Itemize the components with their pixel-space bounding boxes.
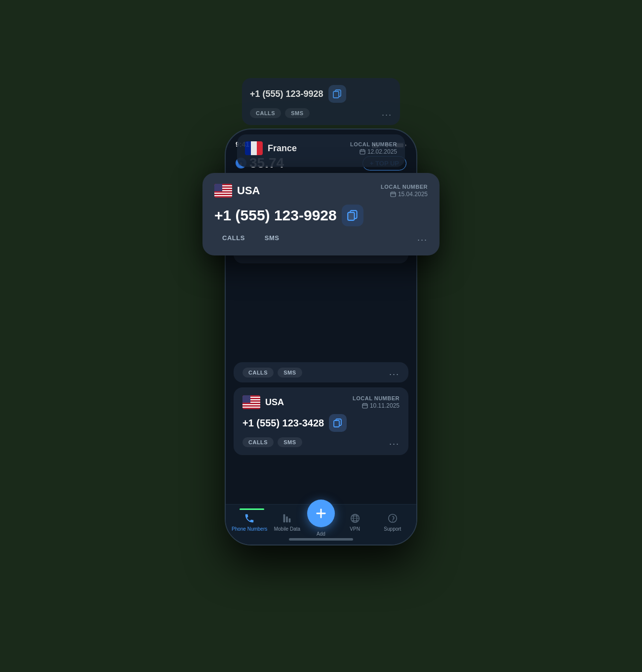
tab-phone-numbers[interactable]: Phone Numbers	[231, 512, 268, 532]
svg-rect-5	[348, 212, 354, 220]
date-text: 12.02.2025	[367, 148, 397, 155]
svg-rect-23	[289, 518, 291, 522]
tags: CALLS SMS	[250, 108, 310, 118]
sms-tag: SMS	[285, 108, 309, 118]
france-flag	[245, 141, 263, 155]
svg-rect-18	[362, 404, 367, 408]
home-indicator	[289, 538, 353, 541]
calls-tag: CALLS	[214, 231, 253, 245]
svg-point-27	[392, 521, 393, 522]
country-name: USA	[237, 184, 260, 197]
phone-number-row: +1 (555) 123-9928	[214, 205, 428, 226]
expiry-date: 12.02.2025	[350, 148, 397, 155]
svg-rect-1	[333, 91, 339, 98]
local-label: LOCAL NUMBER	[353, 395, 400, 401]
tab-label: Phone Numbers	[232, 526, 267, 532]
card-top: USA LOCAL NUMBER 15.04.2025	[214, 184, 428, 198]
spacer	[234, 268, 408, 357]
support-icon	[387, 512, 399, 524]
local-number-label: LOCAL NUMBER	[350, 141, 397, 147]
date-text: 10.11.2025	[370, 402, 400, 409]
mobile-data-icon	[281, 512, 293, 524]
more-button[interactable]: ...	[382, 108, 392, 118]
expiry-date: 10.11.2025	[353, 402, 400, 409]
usa-number-card-2: USA LOCAL NUMBER 10.11.2025	[234, 387, 408, 455]
country-name: USA	[265, 397, 284, 408]
card-top: USA LOCAL NUMBER 10.11.2025	[242, 395, 400, 409]
active-indicator	[240, 508, 264, 510]
sms-tag: SMS	[278, 437, 302, 447]
tab-label: Mobile Data	[274, 526, 300, 532]
more-button[interactable]: ...	[389, 437, 400, 447]
date-text: 15.04.2025	[398, 191, 428, 198]
scene: +1 (555) 123-9928 CALLS SMS ...	[217, 64, 425, 608]
expanded-usa-card: USA LOCAL NUMBER 15.04.2025 +1 (555) 123…	[202, 173, 440, 255]
tab-label: VPN	[350, 526, 360, 532]
svg-rect-20	[334, 420, 339, 427]
sms-tag: SMS	[278, 368, 302, 378]
country-info: USA	[242, 395, 284, 409]
tags-row: CALLS SMS ...	[242, 437, 400, 447]
phone-number: +1 (555) 123-9928	[250, 89, 323, 99]
phone-number-row: +1 (555) 123-3428	[242, 414, 400, 432]
tab-label: Support	[384, 526, 401, 532]
tab-vpn[interactable]: VPN	[336, 512, 374, 532]
tags-row: CALLS SMS ...	[242, 367, 400, 378]
svg-rect-2	[360, 150, 365, 154]
usa-flag	[214, 184, 232, 198]
country-info: France	[245, 141, 297, 155]
local-number-info: LOCAL NUMBER 15.04.2025	[381, 184, 428, 198]
country-name: France	[268, 143, 297, 154]
copy-button[interactable]	[342, 205, 363, 226]
phone-number: +1 (555) 123-3428	[242, 418, 324, 429]
local-number-info: LOCAL NUMBER 10.11.2025	[353, 395, 400, 409]
phone-number-row: +1 (555) 123-9928	[250, 85, 392, 103]
phone-number: +1 (555) 123-9928	[214, 207, 337, 224]
france-card: France LOCAL NUMBER 12.02.2025	[237, 134, 405, 167]
calls-tag: CALLS	[242, 368, 274, 378]
tab-add[interactable]: Add	[306, 507, 336, 537]
expiry-date: 15.04.2025	[381, 191, 428, 198]
tags-row: CALLS SMS ...	[250, 108, 392, 118]
copy-button[interactable]	[328, 85, 346, 103]
vpn-icon	[349, 512, 361, 524]
top-number-card: +1 (555) 123-9928 CALLS SMS ...	[242, 78, 400, 125]
tags-row: CALLS SMS ...	[214, 231, 428, 245]
svg-rect-21	[283, 514, 285, 523]
sms-tag: SMS	[257, 231, 287, 245]
calls-tag: CALLS	[250, 108, 281, 118]
tab-support[interactable]: Support	[374, 512, 411, 532]
local-number-info: LOCAL NUMBER 12.02.2025	[350, 141, 397, 155]
partial-card: CALLS SMS ...	[234, 362, 408, 382]
tags: CALLS SMS	[214, 231, 287, 245]
svg-rect-22	[286, 516, 288, 522]
tab-mobile-data[interactable]: Mobile Data	[268, 512, 306, 532]
add-button[interactable]	[307, 500, 335, 527]
tab-label: Add	[317, 531, 325, 537]
local-number-label: LOCAL NUMBER	[381, 184, 428, 190]
usa-flag	[242, 395, 260, 409]
phone-numbers-icon	[243, 512, 255, 524]
more-button[interactable]: ...	[389, 367, 400, 378]
more-button[interactable]: ...	[417, 233, 428, 243]
copy-button[interactable]	[329, 414, 347, 432]
country-info: USA	[214, 184, 260, 198]
card-top: France LOCAL NUMBER 12.02.2025	[245, 141, 397, 155]
svg-rect-3	[391, 192, 396, 197]
calls-tag: CALLS	[242, 437, 274, 447]
